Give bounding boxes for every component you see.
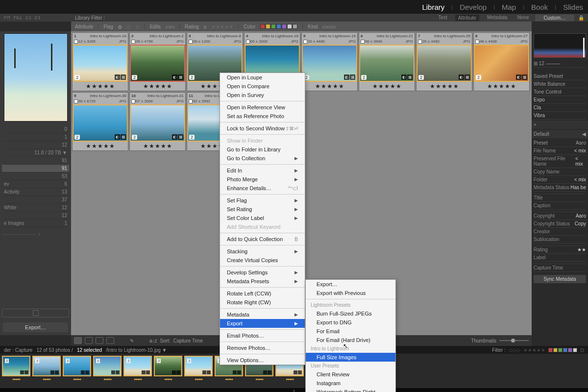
tab-library[interactable]: Library: [422, 3, 444, 11]
submenu-item[interactable]: For Email: [306, 327, 395, 336]
tab-book[interactable]: Book: [531, 3, 548, 11]
thumb-badge-icon[interactable]: ◐: [172, 74, 177, 80]
tone-vibrance[interactable]: Vibra: [534, 112, 586, 120]
stack-badge[interactable]: 2: [189, 75, 195, 80]
tone-clarity[interactable]: Cla: [534, 104, 586, 112]
thumb-badge-icon[interactable]: ▦: [350, 74, 355, 80]
zoom-fit[interactable]: FIT: [4, 15, 11, 20]
thumb-badge-icon[interactable]: ◐: [115, 74, 120, 80]
menu-item[interactable]: Export▶: [220, 319, 305, 328]
filter-attribute[interactable]: Attribute: [455, 15, 479, 21]
menu-item[interactable]: Develop Settings▶: [220, 268, 305, 277]
menu-item[interactable]: Stacking▶: [220, 247, 305, 256]
metadata-row[interactable]: Preserved File Name< mix: [534, 155, 586, 168]
submenu-item[interactable]: Export…: [306, 280, 395, 289]
filter-rating-stars[interactable]: ★★★★★: [523, 347, 545, 353]
thumb-badge-icon[interactable]: ◐: [401, 74, 407, 80]
menu-item[interactable]: Lock to Second Window⇧⌘⏎: [220, 124, 305, 133]
grid-cell[interactable]: 2Intro to Lightroom-2 3328 x 4788JPG 2 ◐…: [129, 32, 186, 91]
menu-item[interactable]: Set as Reference Photo: [220, 112, 305, 121]
zoom-fill[interactable]: FILL: [14, 15, 23, 20]
menu-item[interactable]: Create Virtual Copies: [220, 256, 305, 265]
thumb-badge-icon[interactable]: ▦: [121, 74, 126, 80]
preset-value[interactable]: Aaro: [576, 140, 586, 146]
sort-direction-icon[interactable]: a↓z: [149, 338, 157, 343]
thumbnail-size-slider[interactable]: [499, 340, 529, 341]
lock-icon[interactable]: 🔒: [578, 15, 584, 21]
menu-item[interactable]: Email Photos…: [220, 331, 305, 340]
metadata-row[interactable]: Metadata StatusHas be: [534, 184, 586, 192]
thumb-badge-icon[interactable]: ▦: [178, 134, 183, 140]
panel-saved-preset[interactable]: Saved Preset: [534, 73, 586, 80]
filmstrip-thumb[interactable]: 5 ▸ 2 ●●●●●: [123, 356, 152, 388]
status-filename[interactable]: /Intro to Lightroom-10.jpg ▼: [106, 347, 167, 353]
thumb-badge-icon[interactable]: ◐: [115, 134, 120, 140]
zoom-2-1[interactable]: 2:1: [34, 15, 41, 20]
metadata-row[interactable]: Creator: [534, 228, 586, 236]
submenu-item[interactable]: Burn Full-Sized JPEGs: [306, 309, 395, 318]
menu-item[interactable]: Go to Collection▶: [220, 154, 305, 163]
thumb-badge-icon[interactable]: ▦: [121, 134, 126, 140]
histogram[interactable]: [534, 33, 586, 58]
filter-color-swatch[interactable]: [553, 348, 558, 352]
survey-view-icon[interactable]: [106, 337, 114, 344]
left-stat-row[interactable]: ev6: [4, 180, 67, 188]
filter-preset-dropdown[interactable]: Custom…: [535, 15, 574, 21]
left-stat-row[interactable]: 11.8 / 20 TB ▼: [4, 149, 67, 157]
menu-item[interactable]: Remove Photos…: [220, 343, 305, 352]
compare-view-icon[interactable]: [96, 337, 103, 344]
left-stat-row[interactable]: White12: [4, 204, 67, 212]
plus-icon[interactable]: +: [534, 122, 537, 127]
stack-badge[interactable]: 2: [74, 75, 80, 80]
left-stat-row[interactable]: 12: [4, 212, 67, 220]
metadata-row[interactable]: Title: [534, 194, 586, 202]
menu-item[interactable]: Go to Folder in Library: [220, 145, 305, 154]
menu-item[interactable]: View Options…: [220, 356, 305, 365]
stack-badge[interactable]: 2: [476, 75, 481, 80]
metadata-row[interactable]: Copy Name: [534, 168, 586, 176]
metadata-row[interactable]: Capture Time: [534, 264, 586, 272]
rating-stars[interactable]: ★★★★★: [211, 24, 233, 29]
stack-badge[interactable]: 2: [132, 135, 137, 140]
menu-item[interactable]: Metadata▶: [220, 310, 305, 319]
color-swatch[interactable]: [293, 24, 297, 29]
sort-value[interactable]: Capture Time: [173, 338, 203, 343]
import-button[interactable]: [33, 310, 39, 316]
submenu-item[interactable]: Export with Previous: [306, 289, 395, 297]
metadata-row[interactable]: File Name< mix: [534, 147, 586, 155]
stack-badge[interactable]: 2: [189, 135, 195, 140]
submenu-item[interactable]: Instagram: [306, 379, 395, 388]
flag-unflag-icon[interactable]: ◇: [127, 24, 131, 29]
left-stat-row[interactable]: 12: [4, 141, 67, 149]
sync-metadata-button[interactable]: Sync Metadata: [534, 275, 586, 283]
left-stat-row[interactable]: 53: [4, 172, 67, 180]
stack-badge[interactable]: 2: [418, 75, 424, 80]
left-stat-row[interactable]: 0: [4, 125, 67, 133]
thumb-badge-icon[interactable]: ◐: [172, 134, 177, 140]
stack-badge[interactable]: 2: [132, 75, 137, 80]
filmstrip-thumb[interactable]: 6 ▸ 2 ●●●●●: [154, 356, 182, 388]
menu-item[interactable]: Add to Quick CollectionB: [220, 235, 305, 244]
submenu-item[interactable]: Export to DNG: [306, 318, 395, 327]
filter-text[interactable]: Text: [436, 15, 449, 21]
export-button[interactable]: Export…: [3, 322, 68, 332]
color-swatch[interactable]: [260, 24, 265, 29]
menu-item[interactable]: Edit In▶: [220, 166, 305, 175]
menu-item[interactable]: Open in Loupe: [220, 73, 305, 82]
flag-pick-icon[interactable]: ◇: [118, 24, 122, 29]
left-stat-row[interactable]: 91: [4, 157, 67, 165]
metadata-default[interactable]: Default◀: [532, 130, 588, 138]
filter-lock-icon[interactable]: ⊡: [580, 347, 584, 353]
filmstrip-thumb[interactable]: 3 ▸ 2 ●●●●●: [63, 356, 91, 388]
left-stat-row[interactable]: 1: [4, 133, 67, 141]
menu-item[interactable]: Enhance Details…^⌥I: [220, 184, 305, 193]
left-stat-row[interactable]: 91: [2, 165, 69, 172]
metadata-row[interactable]: Rating★★: [534, 246, 586, 254]
grid-cell[interactable]: 6Intro to Lightroom-21 5760 x 3840JPG 2 …: [359, 32, 415, 91]
left-stat-row[interactable]: Activity13: [4, 188, 67, 196]
menu-item[interactable]: Metadata Presets▶: [220, 277, 305, 286]
grid-cell[interactable]: 1Intro to Lightroom-10 2612 x 3265JPG 2 …: [72, 32, 128, 91]
color-swatch[interactable]: [287, 24, 292, 29]
thumb-badge-icon[interactable]: ▦: [522, 74, 527, 80]
filter-none[interactable]: None: [515, 15, 531, 21]
